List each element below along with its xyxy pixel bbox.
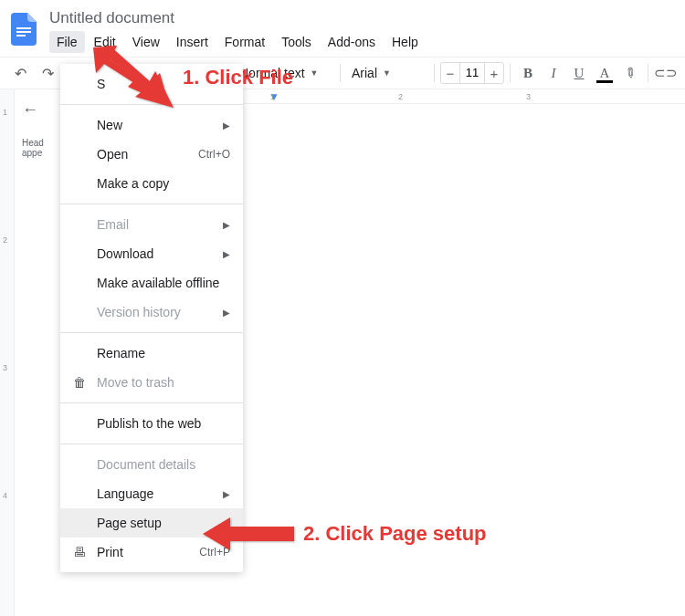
- arrow-icon: [91, 46, 183, 110]
- menu-item-open[interactable]: OpenCtrl+O: [60, 140, 243, 169]
- annotation-step-2: 2. Click Page setup: [203, 516, 487, 552]
- annotation-step-1: 1. Click File: [91, 46, 293, 110]
- font-select[interactable]: Arial ▼: [346, 60, 428, 86]
- chevron-down-icon: ▼: [383, 68, 391, 78]
- font-select-label: Arial: [352, 66, 377, 80]
- undo-button[interactable]: ↶: [7, 60, 33, 86]
- chevron-right-icon: ▶: [223, 120, 230, 131]
- back-arrow-icon[interactable]: ←: [22, 100, 53, 120]
- svg-rect-0: [16, 27, 31, 29]
- chevron-right-icon: ▶: [223, 249, 230, 259]
- insert-link-button[interactable]: ⊂⊃: [654, 61, 678, 85]
- docs-logo-icon[interactable]: [7, 7, 40, 51]
- chevron-right-icon: ▶: [223, 308, 230, 318]
- file-menu-dropdown: ShareS New▶ OpenCtrl+O Make a copy Email…: [60, 64, 243, 572]
- underline-button[interactable]: U: [567, 61, 591, 85]
- menu-item-document-details[interactable]: Document details: [60, 450, 243, 479]
- menu-item-language[interactable]: Language▶: [60, 479, 243, 508]
- menu-item-new[interactable]: New▶: [60, 110, 243, 140]
- print-icon: 🖶: [71, 545, 88, 559]
- menu-file[interactable]: File: [49, 31, 85, 53]
- menu-item-move-to-trash[interactable]: 🗑Move to trash: [60, 368, 243, 397]
- trash-icon: 🗑: [71, 375, 88, 390]
- menu-item-version-history[interactable]: Version history▶: [60, 298, 243, 327]
- menu-item-publish[interactable]: Publish to the web: [60, 409, 243, 438]
- svg-rect-1: [16, 31, 31, 33]
- vertical-ruler: 1 2 3 4: [0, 89, 15, 616]
- svg-rect-2: [16, 35, 26, 37]
- bold-button[interactable]: B: [516, 61, 540, 85]
- italic-button[interactable]: I: [542, 61, 565, 85]
- font-size-stepper: − 11 +: [440, 62, 504, 84]
- outline-panel: ← Headappe: [15, 89, 60, 616]
- menu-item-rename[interactable]: Rename: [60, 339, 243, 368]
- menu-item-offline[interactable]: Make available offline: [60, 268, 243, 298]
- chevron-right-icon: ▶: [223, 489, 230, 499]
- font-size-increase[interactable]: +: [485, 66, 503, 81]
- arrow-icon: [203, 516, 294, 552]
- font-size-decrease[interactable]: −: [441, 66, 459, 81]
- chevron-right-icon: ▶: [223, 220, 230, 230]
- outline-placeholder: Headappe: [22, 138, 53, 163]
- font-size-input[interactable]: 11: [459, 63, 485, 83]
- redo-button[interactable]: ↷: [35, 60, 60, 86]
- chevron-down-icon: ▼: [311, 68, 319, 78]
- document-title[interactable]: Untitled document: [49, 7, 678, 31]
- highlight-button[interactable]: ✎: [614, 57, 648, 90]
- svg-marker-4: [93, 46, 174, 108]
- menu-item-email[interactable]: Email▶: [60, 210, 243, 239]
- svg-marker-5: [203, 517, 294, 550]
- menu-addons[interactable]: Add-ons: [321, 31, 383, 53]
- menu-item-download[interactable]: Download▶: [60, 239, 243, 268]
- text-color-button[interactable]: A: [593, 61, 616, 85]
- menu-item-make-copy[interactable]: Make a copy: [60, 169, 243, 198]
- menu-help[interactable]: Help: [385, 31, 426, 53]
